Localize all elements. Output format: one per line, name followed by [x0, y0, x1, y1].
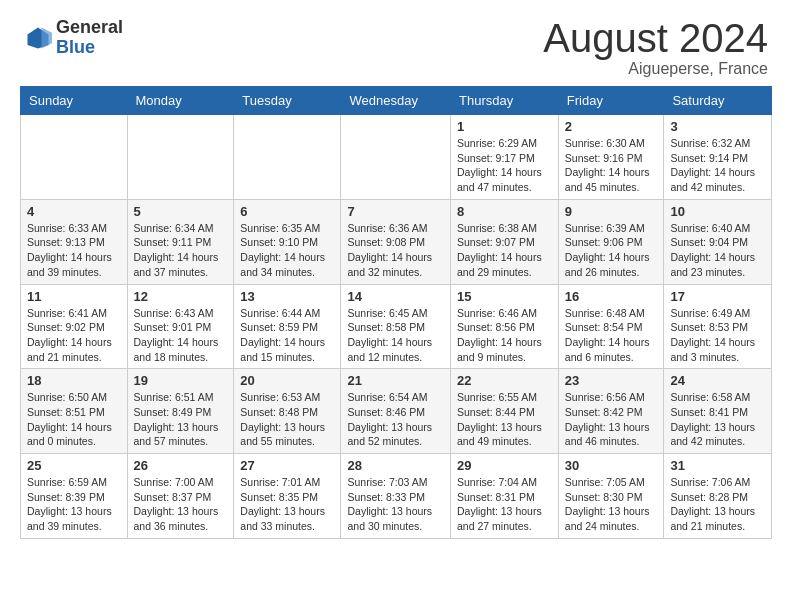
calendar-cell: 2Sunrise: 6:30 AM Sunset: 9:16 PM Daylig… — [558, 115, 664, 200]
day-number: 28 — [347, 458, 444, 473]
calendar-cell: 19Sunrise: 6:51 AM Sunset: 8:49 PM Dayli… — [127, 369, 234, 454]
day-number: 5 — [134, 204, 228, 219]
day-info: Sunrise: 6:49 AM Sunset: 8:53 PM Dayligh… — [670, 306, 765, 365]
day-info: Sunrise: 7:04 AM Sunset: 8:31 PM Dayligh… — [457, 475, 552, 534]
day-number: 14 — [347, 289, 444, 304]
calendar-cell — [21, 115, 128, 200]
day-info: Sunrise: 6:50 AM Sunset: 8:51 PM Dayligh… — [27, 390, 121, 449]
day-info: Sunrise: 6:55 AM Sunset: 8:44 PM Dayligh… — [457, 390, 552, 449]
day-info: Sunrise: 6:29 AM Sunset: 9:17 PM Dayligh… — [457, 136, 552, 195]
day-info: Sunrise: 7:05 AM Sunset: 8:30 PM Dayligh… — [565, 475, 658, 534]
day-info: Sunrise: 6:40 AM Sunset: 9:04 PM Dayligh… — [670, 221, 765, 280]
logo-blue-text: Blue — [56, 38, 123, 58]
calendar-cell: 7Sunrise: 6:36 AM Sunset: 9:08 PM Daylig… — [341, 199, 451, 284]
calendar-cell: 4Sunrise: 6:33 AM Sunset: 9:13 PM Daylig… — [21, 199, 128, 284]
calendar-cell: 5Sunrise: 6:34 AM Sunset: 9:11 PM Daylig… — [127, 199, 234, 284]
calendar-header: Sunday Monday Tuesday Wednesday Thursday… — [21, 87, 772, 115]
day-number: 15 — [457, 289, 552, 304]
day-info: Sunrise: 6:54 AM Sunset: 8:46 PM Dayligh… — [347, 390, 444, 449]
day-info: Sunrise: 6:38 AM Sunset: 9:07 PM Dayligh… — [457, 221, 552, 280]
calendar-cell: 16Sunrise: 6:48 AM Sunset: 8:54 PM Dayli… — [558, 284, 664, 369]
calendar-table: Sunday Monday Tuesday Wednesday Thursday… — [20, 86, 772, 539]
day-info: Sunrise: 7:00 AM Sunset: 8:37 PM Dayligh… — [134, 475, 228, 534]
calendar-week-0: 1Sunrise: 6:29 AM Sunset: 9:17 PM Daylig… — [21, 115, 772, 200]
calendar-week-1: 4Sunrise: 6:33 AM Sunset: 9:13 PM Daylig… — [21, 199, 772, 284]
day-info: Sunrise: 6:58 AM Sunset: 8:41 PM Dayligh… — [670, 390, 765, 449]
col-thursday: Thursday — [451, 87, 559, 115]
day-number: 22 — [457, 373, 552, 388]
day-info: Sunrise: 6:44 AM Sunset: 8:59 PM Dayligh… — [240, 306, 334, 365]
col-saturday: Saturday — [664, 87, 772, 115]
day-number: 2 — [565, 119, 658, 134]
month-title: August 2024 — [543, 18, 768, 58]
calendar-cell: 27Sunrise: 7:01 AM Sunset: 8:35 PM Dayli… — [234, 454, 341, 539]
day-info: Sunrise: 6:39 AM Sunset: 9:06 PM Dayligh… — [565, 221, 658, 280]
day-info: Sunrise: 6:34 AM Sunset: 9:11 PM Dayligh… — [134, 221, 228, 280]
day-info: Sunrise: 6:30 AM Sunset: 9:16 PM Dayligh… — [565, 136, 658, 195]
calendar-cell: 12Sunrise: 6:43 AM Sunset: 9:01 PM Dayli… — [127, 284, 234, 369]
day-number: 21 — [347, 373, 444, 388]
day-number: 1 — [457, 119, 552, 134]
day-info: Sunrise: 7:06 AM Sunset: 8:28 PM Dayligh… — [670, 475, 765, 534]
day-info: Sunrise: 6:35 AM Sunset: 9:10 PM Dayligh… — [240, 221, 334, 280]
day-number: 13 — [240, 289, 334, 304]
day-info: Sunrise: 6:43 AM Sunset: 9:01 PM Dayligh… — [134, 306, 228, 365]
day-number: 10 — [670, 204, 765, 219]
day-number: 30 — [565, 458, 658, 473]
logo-icon — [24, 24, 52, 52]
day-number: 29 — [457, 458, 552, 473]
calendar-cell: 21Sunrise: 6:54 AM Sunset: 8:46 PM Dayli… — [341, 369, 451, 454]
day-number: 3 — [670, 119, 765, 134]
calendar-cell: 25Sunrise: 6:59 AM Sunset: 8:39 PM Dayli… — [21, 454, 128, 539]
day-info: Sunrise: 6:33 AM Sunset: 9:13 PM Dayligh… — [27, 221, 121, 280]
day-number: 8 — [457, 204, 552, 219]
day-info: Sunrise: 6:45 AM Sunset: 8:58 PM Dayligh… — [347, 306, 444, 365]
day-number: 24 — [670, 373, 765, 388]
calendar-cell: 23Sunrise: 6:56 AM Sunset: 8:42 PM Dayli… — [558, 369, 664, 454]
calendar-cell: 26Sunrise: 7:00 AM Sunset: 8:37 PM Dayli… — [127, 454, 234, 539]
calendar-cell — [234, 115, 341, 200]
day-info: Sunrise: 6:46 AM Sunset: 8:56 PM Dayligh… — [457, 306, 552, 365]
calendar-cell: 9Sunrise: 6:39 AM Sunset: 9:06 PM Daylig… — [558, 199, 664, 284]
calendar-cell: 10Sunrise: 6:40 AM Sunset: 9:04 PM Dayli… — [664, 199, 772, 284]
calendar-cell: 22Sunrise: 6:55 AM Sunset: 8:44 PM Dayli… — [451, 369, 559, 454]
location: Aigueperse, France — [543, 60, 768, 78]
day-number: 11 — [27, 289, 121, 304]
calendar-wrapper: Sunday Monday Tuesday Wednesday Thursday… — [0, 86, 792, 549]
calendar-body: 1Sunrise: 6:29 AM Sunset: 9:17 PM Daylig… — [21, 115, 772, 539]
calendar-cell — [341, 115, 451, 200]
calendar-cell: 6Sunrise: 6:35 AM Sunset: 9:10 PM Daylig… — [234, 199, 341, 284]
calendar-cell: 1Sunrise: 6:29 AM Sunset: 9:17 PM Daylig… — [451, 115, 559, 200]
col-friday: Friday — [558, 87, 664, 115]
calendar-cell: 3Sunrise: 6:32 AM Sunset: 9:14 PM Daylig… — [664, 115, 772, 200]
day-number: 6 — [240, 204, 334, 219]
day-info: Sunrise: 7:01 AM Sunset: 8:35 PM Dayligh… — [240, 475, 334, 534]
calendar-cell: 31Sunrise: 7:06 AM Sunset: 8:28 PM Dayli… — [664, 454, 772, 539]
day-info: Sunrise: 6:56 AM Sunset: 8:42 PM Dayligh… — [565, 390, 658, 449]
day-number: 4 — [27, 204, 121, 219]
day-info: Sunrise: 6:48 AM Sunset: 8:54 PM Dayligh… — [565, 306, 658, 365]
day-number: 23 — [565, 373, 658, 388]
day-number: 20 — [240, 373, 334, 388]
day-number: 25 — [27, 458, 121, 473]
col-tuesday: Tuesday — [234, 87, 341, 115]
day-number: 18 — [27, 373, 121, 388]
col-monday: Monday — [127, 87, 234, 115]
day-info: Sunrise: 7:03 AM Sunset: 8:33 PM Dayligh… — [347, 475, 444, 534]
day-number: 17 — [670, 289, 765, 304]
logo: General Blue — [24, 18, 123, 58]
calendar-week-4: 25Sunrise: 6:59 AM Sunset: 8:39 PM Dayli… — [21, 454, 772, 539]
day-number: 9 — [565, 204, 658, 219]
calendar-cell: 11Sunrise: 6:41 AM Sunset: 9:02 PM Dayli… — [21, 284, 128, 369]
day-info: Sunrise: 6:32 AM Sunset: 9:14 PM Dayligh… — [670, 136, 765, 195]
calendar-cell: 30Sunrise: 7:05 AM Sunset: 8:30 PM Dayli… — [558, 454, 664, 539]
calendar-cell: 18Sunrise: 6:50 AM Sunset: 8:51 PM Dayli… — [21, 369, 128, 454]
calendar-cell: 29Sunrise: 7:04 AM Sunset: 8:31 PM Dayli… — [451, 454, 559, 539]
logo-general-text: General — [56, 18, 123, 38]
title-area: August 2024 Aigueperse, France — [543, 18, 768, 78]
calendar-cell: 14Sunrise: 6:45 AM Sunset: 8:58 PM Dayli… — [341, 284, 451, 369]
calendar-week-3: 18Sunrise: 6:50 AM Sunset: 8:51 PM Dayli… — [21, 369, 772, 454]
svg-marker-1 — [42, 27, 53, 48]
calendar-cell: 24Sunrise: 6:58 AM Sunset: 8:41 PM Dayli… — [664, 369, 772, 454]
day-number: 12 — [134, 289, 228, 304]
